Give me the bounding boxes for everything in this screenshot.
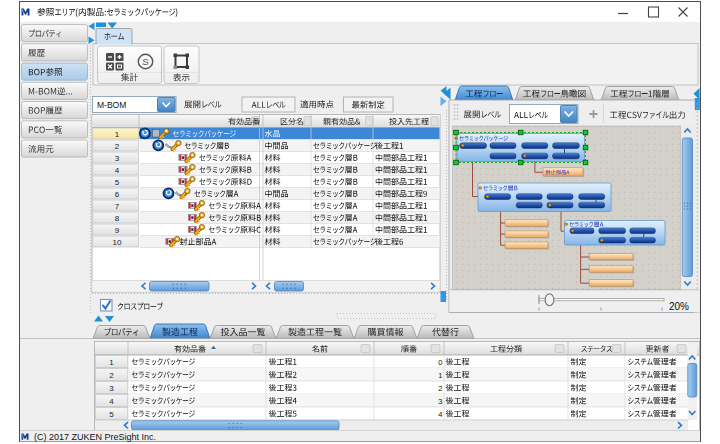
svg-text:9: 9 xyxy=(115,226,120,235)
svg-text:(C) 2017 ZUKEN PreSight Inc.: (C) 2017 ZUKEN PreSight Inc. xyxy=(34,432,156,442)
svg-text:0: 0 xyxy=(438,358,442,367)
svg-text:2: 2 xyxy=(438,384,442,393)
svg-text:2: 2 xyxy=(109,371,114,380)
svg-text:1: 1 xyxy=(115,130,120,139)
svg-text:7: 7 xyxy=(115,202,120,211)
svg-text:S: S xyxy=(142,56,148,67)
svg-text:M-BOM: M-BOM xyxy=(97,100,126,110)
svg-text:3: 3 xyxy=(109,384,114,393)
svg-text:5: 5 xyxy=(115,178,120,187)
svg-text:2: 2 xyxy=(115,142,120,151)
svg-text:8: 8 xyxy=(115,214,120,223)
svg-text:4: 4 xyxy=(438,410,442,419)
svg-text:3: 3 xyxy=(438,397,442,406)
svg-text:1: 1 xyxy=(109,358,114,367)
svg-text:4: 4 xyxy=(109,397,114,406)
svg-text:1: 1 xyxy=(438,371,442,380)
svg-text:10: 10 xyxy=(113,238,122,247)
svg-text:5: 5 xyxy=(109,410,114,419)
svg-text:4: 4 xyxy=(115,166,120,175)
svg-text:3: 3 xyxy=(115,154,120,163)
svg-text:20%: 20% xyxy=(669,301,689,312)
svg-text:6: 6 xyxy=(115,190,120,199)
